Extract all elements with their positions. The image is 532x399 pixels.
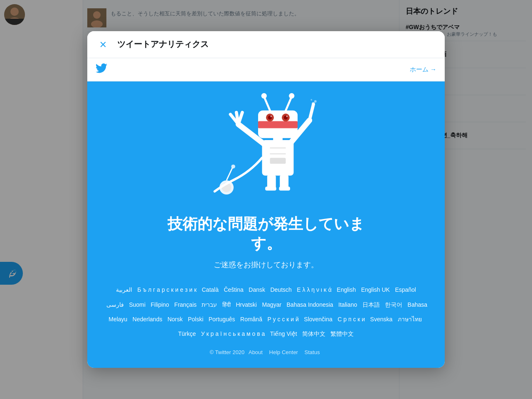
- language-link[interactable]: 日本語: [362, 301, 380, 308]
- language-link[interactable]: Català: [202, 286, 218, 293]
- language-link[interactable]: Р у с с к и й: [267, 316, 298, 323]
- svg-line-9: [227, 167, 232, 180]
- language-link[interactable]: Français: [174, 301, 197, 308]
- svg-point-34: [289, 93, 294, 99]
- language-link[interactable]: Norsk: [167, 316, 183, 323]
- language-link[interactable]: العربية: [116, 286, 132, 293]
- language-link[interactable]: Română: [240, 316, 262, 323]
- svg-rect-27: [279, 187, 290, 191]
- language-link[interactable]: עברית: [202, 301, 217, 308]
- language-link[interactable]: Filipino: [151, 301, 169, 308]
- svg-line-16: [310, 104, 314, 120]
- svg-line-33: [286, 96, 292, 110]
- svg-point-17: [312, 102, 315, 106]
- svg-line-14: [239, 112, 243, 124]
- language-link[interactable]: Б ъ л г а р с к и е з и к: [137, 286, 197, 293]
- language-link[interactable]: Svenska: [370, 316, 393, 323]
- language-link[interactable]: Ε λ λ η ν ι κ ά: [297, 286, 332, 293]
- language-link[interactable]: Polski: [188, 316, 203, 323]
- about-link[interactable]: About: [249, 349, 263, 355]
- svg-point-10: [231, 165, 235, 169]
- language-link[interactable]: فارسی: [106, 301, 124, 308]
- error-title: 技術的な問題が発生しています。: [167, 214, 365, 254]
- svg-point-19: [310, 99, 312, 101]
- error-subtitle: ご迷惑をお掛けしております。: [214, 260, 318, 270]
- svg-line-31: [264, 96, 270, 110]
- language-link[interactable]: Deutsch: [270, 286, 291, 293]
- language-link[interactable]: Magyar: [262, 301, 281, 308]
- language-link[interactable]: 한국어: [385, 301, 402, 308]
- language-link[interactable]: 繁體中文: [330, 330, 354, 337]
- language-link[interactable]: Slovenčina: [304, 316, 332, 323]
- svg-point-18: [314, 100, 317, 103]
- language-link[interactable]: У к р а ї н с ь к а м о в а: [201, 330, 265, 337]
- language-link[interactable]: English: [337, 286, 356, 293]
- language-link[interactable]: हिंदी: [222, 301, 231, 308]
- language-link[interactable]: Português: [209, 316, 235, 323]
- modal-overlay[interactable]: ツイートアナリティクス ホーム →: [0, 0, 532, 399]
- svg-point-40: [286, 116, 288, 117]
- modal-title: ツイートアナリティクス: [117, 39, 209, 50]
- status-link[interactable]: Status: [305, 349, 320, 355]
- error-robot-illustration: [187, 90, 345, 206]
- language-link[interactable]: English UK: [361, 286, 390, 293]
- modal-body: 技術的な問題が発生しています。 ご迷惑をお掛けしております。 العربية Б…: [87, 81, 445, 368]
- copyright: © Twitter 2020: [210, 349, 245, 355]
- home-link[interactable]: ホーム →: [410, 66, 436, 74]
- svg-rect-23: [270, 158, 286, 164]
- svg-rect-25: [280, 175, 288, 188]
- modal-nav: ホーム →: [87, 58, 445, 81]
- svg-rect-26: [265, 187, 276, 191]
- svg-point-32: [261, 93, 267, 99]
- language-link[interactable]: Nederlands: [133, 316, 163, 323]
- language-link[interactable]: Tiếng Việt: [270, 330, 297, 337]
- svg-rect-24: [267, 175, 276, 188]
- language-link[interactable]: С р п с к и: [337, 316, 365, 323]
- language-link[interactable]: Dansk: [249, 286, 265, 293]
- modal-header: ツイートアナリティクス: [87, 31, 445, 58]
- svg-point-39: [270, 116, 272, 117]
- modal-footer: © Twitter 2020 About Help Center Status: [210, 349, 323, 355]
- language-links: العربية Б ъ л г а р с к и е з и к Català…: [104, 282, 428, 341]
- help-link[interactable]: Help Center: [269, 349, 298, 355]
- language-link[interactable]: 简体中文: [302, 330, 325, 337]
- language-link[interactable]: Español: [395, 286, 416, 293]
- language-link[interactable]: Suomi: [129, 301, 145, 308]
- close-button[interactable]: [96, 37, 111, 52]
- language-link[interactable]: Bahasa Indonesia: [287, 301, 333, 308]
- analytics-modal: ツイートアナリティクス ホーム →: [87, 31, 445, 368]
- language-link[interactable]: ภาษาไทย: [398, 316, 422, 323]
- language-link[interactable]: Türkçe: [178, 330, 196, 337]
- language-link[interactable]: Italiano: [338, 301, 357, 308]
- language-link[interactable]: Hrvatski: [236, 301, 257, 308]
- language-link[interactable]: Čeština: [224, 286, 243, 293]
- svg-rect-30: [258, 121, 298, 128]
- twitter-logo-icon: [96, 62, 107, 77]
